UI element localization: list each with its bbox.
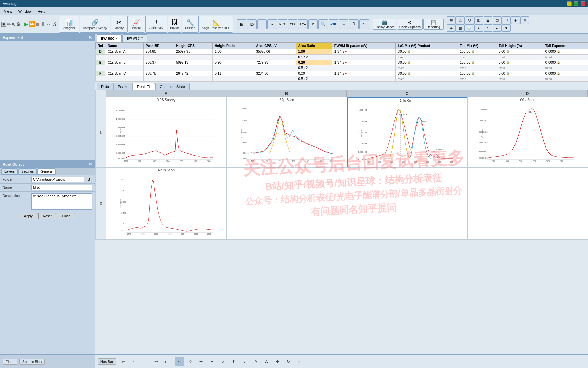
settings-icon[interactable]: ⚙ bbox=[16, 21, 21, 27]
tb-btn-wave[interactable]: ∿ bbox=[359, 19, 369, 29]
chart-b1[interactable]: S2p Scan Counts /s 1400 1200 1000 800 60… bbox=[227, 97, 347, 167]
toolbar-btn-small[interactable]: ⊞ bbox=[1, 22, 6, 27]
icon-btn-14[interactable]: ∿ bbox=[484, 24, 492, 32]
tab-layers[interactable]: Layers bbox=[1, 168, 18, 175]
draw-select-btn[interactable]: ⊹ bbox=[185, 357, 195, 366]
chart-c1[interactable]: C1s Scan Counts /s 4.00E+04 3.50E+04 3.0… bbox=[347, 97, 467, 167]
sidebar-close-btn[interactable]: ✕ bbox=[88, 35, 92, 40]
compare-section[interactable]: 🔗 Compare/Overlay bbox=[80, 16, 110, 33]
reporting-btn[interactable]: 📋 Reporting bbox=[423, 19, 444, 30]
cell-f-height-ratio[interactable]: 0.11 bbox=[213, 71, 254, 76]
tb-btn-3[interactable]: ↕ bbox=[257, 19, 267, 29]
fast-forward-icon[interactable]: ⏩ bbox=[29, 21, 35, 27]
tb-btn-nls[interactable]: NLS bbox=[278, 19, 287, 29]
cell-d-height-ratio[interactable]: 1.00 bbox=[213, 49, 254, 55]
cell-d-lg-mix[interactable]: 30.00 🔒 bbox=[396, 49, 458, 55]
cell-f-tail-exp[interactable]: 0.0000 🔒 bbox=[543, 71, 588, 76]
cell-d-area-cps[interactable]: 35820.06 bbox=[254, 49, 296, 55]
properties-close-btn[interactable]: ✕ bbox=[89, 162, 92, 166]
play-icon[interactable]: ▶ bbox=[24, 21, 28, 27]
draw-move-btn[interactable]: ✥ bbox=[273, 357, 282, 366]
tab-jrw-bsc[interactable]: jrw-bsc × bbox=[97, 34, 122, 42]
cell-f-area-ratio[interactable]: 0.09 bbox=[296, 71, 332, 76]
draw-ta-btn[interactable]: A bbox=[251, 357, 260, 366]
menu-help[interactable]: Help bbox=[35, 9, 48, 14]
icon-btn-6[interactable]: ◻ bbox=[493, 16, 502, 24]
folder-browse-btn[interactable]: B bbox=[86, 177, 92, 182]
arithmetic-section[interactable]: ± Arithmetic bbox=[145, 16, 167, 33]
menu-window[interactable]: Window bbox=[16, 9, 34, 14]
draw-line-btn[interactable]: / bbox=[240, 357, 249, 366]
draw-tA-btn[interactable]: A bbox=[262, 357, 271, 366]
tb-btn-arrow[interactable]: ↔ bbox=[339, 19, 348, 29]
cell-d-tail-exp[interactable]: 0.0000 🔒 bbox=[543, 49, 588, 55]
display-options-btn[interactable]: ⚙ Display Options bbox=[397, 19, 423, 30]
cell-f-height-cps[interactable]: 2647.42 bbox=[174, 71, 213, 76]
icon-btn-1[interactable]: ⊞ bbox=[447, 16, 456, 24]
icon-btn-13[interactable]: A bbox=[474, 24, 483, 32]
cell-d-height-cps[interactable]: 25097.98 bbox=[174, 49, 213, 55]
pause-icon[interactable]: ⏸ bbox=[40, 21, 46, 27]
cell-e-area-cps[interactable]: 7279.93 bbox=[254, 60, 296, 65]
sub-tab-peak-fit[interactable]: Peak Fit bbox=[133, 83, 155, 90]
draw-rot-btn[interactable]: ↻ bbox=[283, 357, 293, 366]
cell-e-area-ratio[interactable]: 0.20 bbox=[296, 60, 332, 65]
draw-arrow-btn[interactable]: ↙ bbox=[218, 357, 228, 366]
cell-f-peak-be[interactable]: 288.78 bbox=[144, 71, 174, 76]
draw-cross-btn[interactable]: ✛ bbox=[196, 357, 206, 366]
cell-e-height-cps[interactable]: 5092.13 bbox=[174, 60, 213, 65]
draw-eye-btn[interactable]: 👁 bbox=[229, 357, 239, 366]
draw-plus-btn[interactable]: + bbox=[207, 357, 217, 366]
icon-btn-8[interactable]: ◈ bbox=[511, 16, 520, 24]
sub-tab-peaks[interactable]: Peaks bbox=[113, 83, 133, 90]
icon-btn-12[interactable]: 📊 bbox=[465, 24, 474, 32]
nav-first-btn[interactable]: ⇐ bbox=[119, 357, 128, 366]
nav-prev-btn[interactable]: ← bbox=[130, 357, 139, 366]
folder-input[interactable] bbox=[31, 177, 84, 182]
cursor-icon[interactable]: ↖ bbox=[12, 21, 16, 27]
cell-f-area-cps[interactable]: 3234.50 bbox=[254, 71, 296, 76]
cell-f-tail-height[interactable]: 0.00 🔒 bbox=[496, 71, 543, 76]
icon-btn-11[interactable]: ▦ bbox=[456, 24, 465, 32]
icon-btn-2[interactable]: △ bbox=[456, 16, 465, 24]
step-icon[interactable]: ⏭ bbox=[46, 21, 52, 27]
icon-btn-9[interactable]: ⊕ bbox=[520, 16, 529, 24]
cell-d-tail-height[interactable]: 0.00 🔒 bbox=[496, 49, 543, 55]
angle-resolved-section[interactable]: 📐 Angle Resolved XPS bbox=[199, 16, 233, 33]
tb-btn-4[interactable]: ∿ bbox=[267, 19, 277, 29]
maximize-button[interactable]: □ bbox=[574, 1, 578, 6]
nav-next-btn[interactable]: → bbox=[141, 357, 150, 366]
tab-close-jrw-wsc[interactable]: × bbox=[141, 36, 143, 40]
name-input[interactable] bbox=[31, 185, 92, 190]
tb-btn-2[interactable]: ID bbox=[247, 19, 257, 29]
close-button[interactable]: × bbox=[581, 1, 585, 6]
tb-btn-d[interactable]: D bbox=[349, 19, 359, 29]
chart-d1[interactable]: O1s Scan Counts /s 1.20E+04 1.00E+04 8.0… bbox=[468, 97, 588, 167]
tb-btn-search[interactable]: 🔍 bbox=[318, 19, 328, 29]
cell-f-fwhm[interactable]: 1.17 ▲▼ bbox=[332, 71, 396, 76]
draw-cursor-btn[interactable]: ↖ bbox=[175, 357, 184, 366]
tb-btn-pca[interactable]: PCA bbox=[298, 19, 308, 29]
tb-btn-tfa[interactable]: TFA bbox=[288, 19, 297, 29]
chart-a1[interactable]: XPS Survey Counts /s 1.20E+05 1.00E+05 8… bbox=[106, 97, 226, 167]
modify-section[interactable]: ✂ Modify bbox=[111, 16, 128, 33]
cell-e-tail-mix[interactable]: 100.00 🔒 bbox=[458, 60, 496, 65]
pencil-icon[interactable]: ✏ bbox=[7, 21, 11, 27]
nav-last-btn[interactable]: ⇒ bbox=[151, 357, 161, 366]
analysis-section[interactable]: 📊 Analysis bbox=[59, 16, 79, 33]
icon-btn-16[interactable]: ▼ bbox=[502, 24, 511, 32]
description-textarea[interactable]: Miscellaneous project bbox=[31, 193, 92, 210]
cell-e-height-ratio[interactable]: 0.20 bbox=[213, 60, 254, 65]
nav-dropdown[interactable]: ▼ bbox=[164, 359, 168, 364]
cell-d-fwhm[interactable]: 1.37 ▲▼ bbox=[332, 49, 396, 55]
image-section[interactable]: 🖼 Image bbox=[168, 16, 181, 33]
icon-btn-10[interactable]: ⊗ bbox=[447, 24, 456, 32]
minimize-button[interactable]: _ bbox=[567, 1, 572, 6]
sub-tab-chemical-state[interactable]: Chemical State bbox=[155, 83, 190, 90]
stop-icon[interactable]: ■ bbox=[36, 21, 39, 27]
icon-btn-4[interactable]: ◫ bbox=[474, 16, 483, 24]
draw-del-btn[interactable]: ✕ bbox=[294, 357, 304, 366]
chart-a2[interactable]: Na1s Scan Counts /s 3000 2800 2600 2400 … bbox=[106, 168, 226, 239]
cell-d-area-ratio[interactable]: 1.00 bbox=[296, 49, 332, 55]
sub-tab-data[interactable]: Data bbox=[97, 83, 113, 90]
